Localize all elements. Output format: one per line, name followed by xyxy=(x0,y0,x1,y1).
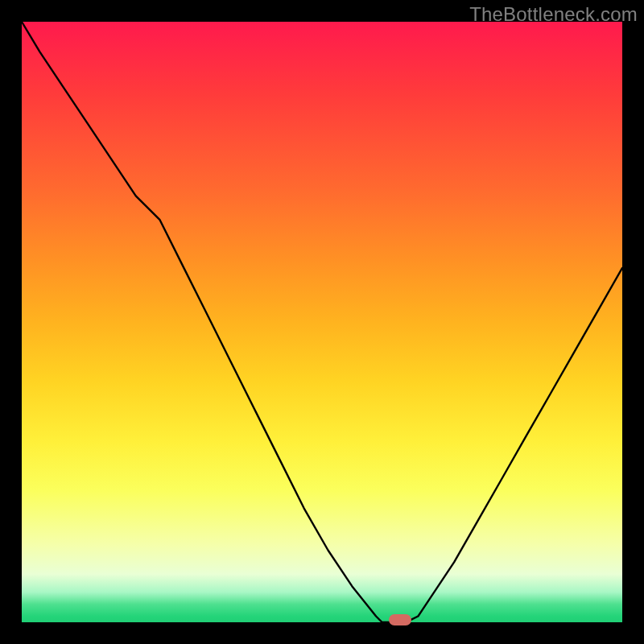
watermark-text: TheBottleneck.com xyxy=(469,3,638,26)
plot-area xyxy=(22,22,622,622)
optimal-marker xyxy=(389,614,411,625)
bottleneck-curve xyxy=(22,22,622,622)
chart-frame: TheBottleneck.com xyxy=(0,0,644,644)
